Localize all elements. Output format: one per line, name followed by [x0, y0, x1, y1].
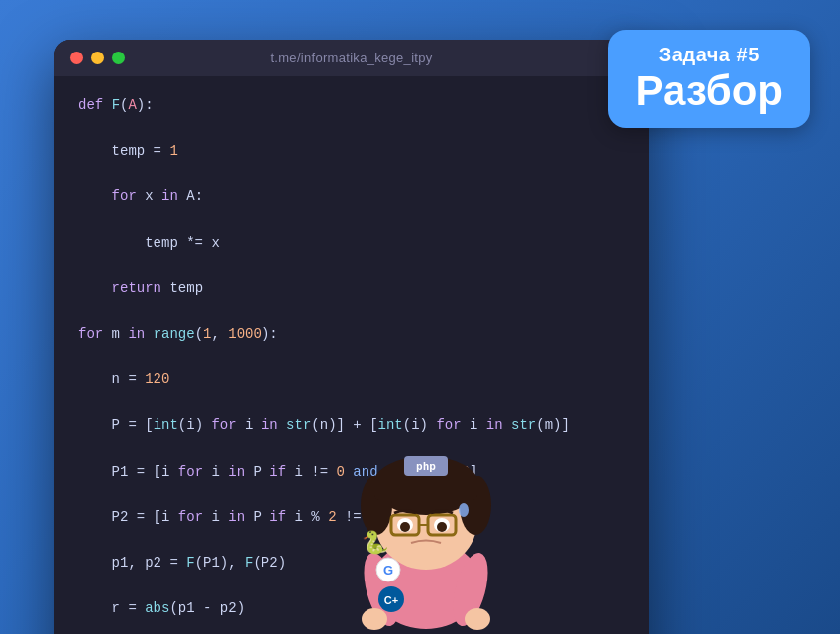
svg-point-12 [400, 522, 410, 532]
character-illustration: php 🐍 G C+ [317, 367, 535, 634]
badge-subtitle: Задача #5 [636, 44, 783, 66]
svg-text:🐍: 🐍 [362, 529, 389, 556]
code-line-6: for m in range(1, 1000): [78, 323, 625, 346]
window-titlebar: t.me/informatika_kege_itpy [54, 40, 649, 76]
traffic-light-yellow[interactable] [91, 52, 104, 64]
badge-title: Разбор [636, 68, 783, 114]
window-url: t.me/informatika_kege_itpy [270, 51, 432, 65]
code-line-2: temp = 1 [78, 140, 625, 162]
traffic-light-green[interactable] [112, 52, 125, 64]
svg-point-14 [459, 503, 469, 517]
traffic-light-red[interactable] [70, 52, 83, 64]
svg-rect-6 [374, 476, 477, 500]
code-line-3: for x in A: [78, 185, 625, 208]
svg-text:php: php [416, 460, 436, 473]
code-line-4: temp *= x [78, 232, 625, 255]
code-line-5: return temp [78, 277, 625, 300]
svg-text:G: G [383, 563, 393, 578]
task-badge: Задача #5 Разбор [608, 30, 810, 128]
code-line-1: def F(A): [78, 94, 625, 117]
svg-point-18 [465, 608, 490, 630]
svg-point-17 [362, 608, 387, 630]
svg-text:C+: C+ [384, 594, 398, 606]
svg-point-13 [437, 522, 447, 532]
